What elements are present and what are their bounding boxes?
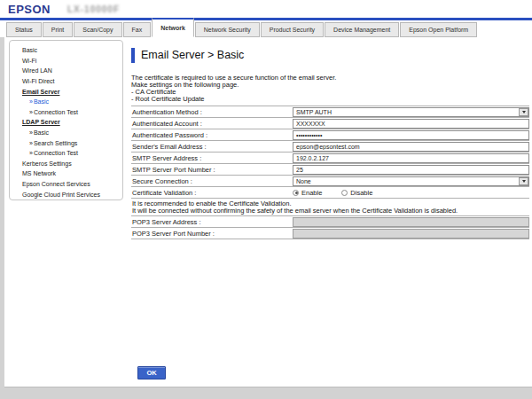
tab-product-security[interactable]: Product Security [261, 22, 324, 37]
sidebar-item-basic[interactable]: Basic [10, 45, 122, 56]
sender-email-label: Sender's Email Address : [131, 143, 293, 151]
tab-print[interactable]: Print [43, 22, 73, 37]
secure-connection-label: Secure Connection : [131, 177, 293, 185]
content-area: Basic Wi-Fi Wired LAN Wi-Fi Direct Email… [4, 37, 532, 387]
authenticated-account-input[interactable] [293, 119, 529, 129]
smtp-server-address-input[interactable] [293, 153, 529, 163]
chevron-down-icon [522, 180, 526, 183]
sender-email-input[interactable] [293, 142, 529, 152]
page-title-row: Email Server > Basic [131, 47, 532, 63]
page-title: Email Server > Basic [141, 49, 244, 61]
sidebar-item-kerberos-settings[interactable]: Kerberos Settings [10, 159, 122, 169]
authentication-method-value: SMTP AUTH [296, 109, 332, 115]
tab-device-management[interactable]: Device Management [325, 22, 399, 37]
form-row-authenticated-account: Authenticated Account : [131, 118, 529, 129]
sidebar-item-google-cloud-print-services[interactable]: Google Cloud Print Services [10, 189, 122, 200]
form-row-secure-connection: Secure Connection : None [131, 176, 529, 187]
sidebar-item-ldap-basic[interactable]: Basic [10, 128, 122, 138]
form-row-authenticated-password: Authenticated Password : [131, 129, 529, 141]
sidebar-item-ldap-search-settings[interactable]: Search Settings [10, 137, 122, 148]
certificate-validation-label: Certificate Validation : [131, 189, 293, 197]
epson-web-config-page: EPSON LX-10000F Status Print Scan/Copy F… [0, 0, 532, 399]
sidebar-group-ldap-server[interactable]: LDAP Server [10, 117, 122, 128]
authenticated-password-label: Authenticated Password : [131, 131, 293, 139]
sidebar-group-email-server[interactable]: Email Server [10, 86, 122, 97]
tab-fax[interactable]: Fax [123, 22, 152, 37]
dropdown-button[interactable] [519, 177, 528, 185]
tab-epson-open-platform[interactable]: Epson Open Platform [400, 22, 477, 37]
page-description: The certificate is required to use a sec… [131, 74, 532, 103]
form-row-pop3-server-address: POP3 Server Address : [131, 216, 529, 228]
dropdown-button[interactable] [519, 108, 528, 116]
form-row-smtp-server-address: SMTP Server Address : [131, 153, 529, 164]
form-row-pop3-server-port: POP3 Server Port Number : [131, 228, 529, 239]
pop3-server-port-input [293, 229, 529, 239]
title-accent-bar [131, 48, 135, 63]
pop3-server-port-label: POP3 Server Port Number : [131, 230, 293, 238]
pop3-server-address-input [293, 217, 529, 227]
tab-network-security[interactable]: Network Security [195, 22, 260, 37]
form-row-smtp-server-port: SMTP Server Port Number : [131, 164, 529, 176]
certificate-validation-disable-radio[interactable] [341, 190, 348, 196]
form-row-authentication-method: Authentication Method : SMTP AUTH [131, 106, 529, 118]
sidebar-item-wifi[interactable]: Wi-Fi [10, 56, 122, 66]
sidebar-item-epson-connect-services[interactable]: Epson Connect Services [10, 179, 122, 190]
smtp-server-address-label: SMTP Server Address : [131, 154, 293, 162]
tab-status[interactable]: Status [6, 22, 42, 37]
note-line: It will be connected without confirming … [132, 207, 529, 215]
ok-button[interactable]: OK [137, 366, 166, 379]
description-line: - Root Certificate Update [131, 96, 532, 103]
main-panel: Email Server > Basic The certificate is … [131, 47, 532, 239]
tab-scan-copy[interactable]: Scan/Copy [74, 22, 121, 37]
sidebar-nav: Basic Wi-Fi Wired LAN Wi-Fi Direct Email… [9, 40, 123, 200]
form-row-sender-email: Sender's Email Address : [131, 141, 529, 153]
certificate-validation-disable-label: Disable [350, 189, 372, 197]
secure-connection-select[interactable]: None [293, 176, 529, 186]
authenticated-account-label: Authenticated Account : [131, 120, 293, 128]
pop3-server-address-label: POP3 Server Address : [131, 218, 293, 226]
smtp-server-port-label: SMTP Server Port Number : [131, 166, 293, 174]
tab-network[interactable]: Network [152, 17, 194, 37]
secure-connection-value: None [296, 178, 311, 184]
certificate-validation-enable-label: Enable [301, 189, 322, 197]
sidebar-item-email-server-basic[interactable]: Basic [10, 97, 122, 107]
email-server-form: Authentication Method : SMTP AUTH Authen… [131, 106, 529, 239]
description-line: Make settings on the following page. [131, 82, 532, 89]
sidebar-item-wifi-direct[interactable]: Wi-Fi Direct [10, 76, 122, 87]
printer-model-blurred: LX-10000F [67, 4, 120, 14]
authentication-method-label: Authentication Method : [131, 108, 293, 116]
chevron-down-icon [522, 111, 526, 113]
header: EPSON LX-10000F [0, 0, 532, 18]
sidebar-item-ms-network[interactable]: MS Network [10, 168, 122, 179]
smtp-server-port-input[interactable] [293, 165, 529, 175]
form-row-certificate-validation: Certificate Validation : Enable Disable [131, 187, 529, 199]
certificate-validation-note: It is recommended to enable the Certific… [131, 199, 529, 216]
sidebar-item-ldap-connection-test[interactable]: Connection Test [10, 148, 122, 159]
certificate-validation-enable-radio[interactable] [293, 190, 299, 196]
sidebar-item-wired-lan[interactable]: Wired LAN [10, 66, 122, 76]
sidebar-item-email-server-connection-test[interactable]: Connection Test [10, 107, 122, 118]
authenticated-password-input[interactable] [293, 130, 529, 140]
authentication-method-select[interactable]: SMTP AUTH [293, 107, 529, 117]
epson-logo: EPSON [8, 3, 51, 16]
top-tab-bar: Status Print Scan/Copy Fax Network Netwo… [0, 20, 532, 37]
